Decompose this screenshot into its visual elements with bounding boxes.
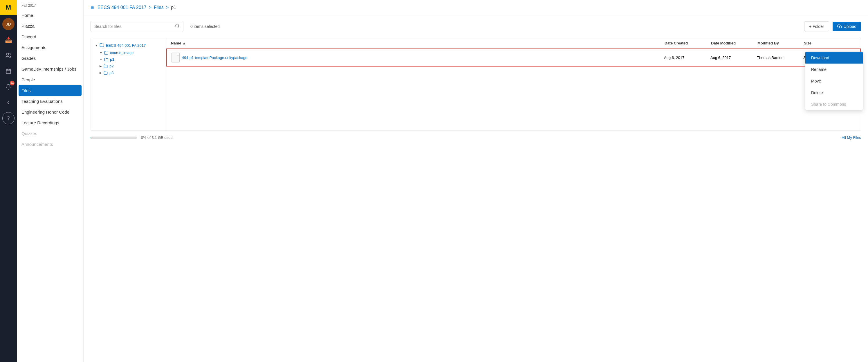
files-header: Name ▲ Date Created Date Modified Modifi…: [166, 38, 861, 49]
search-row: 0 items selected + Folder Upload: [91, 21, 861, 32]
dropdown-menu: Download Rename Move Delete Share to Com…: [805, 52, 863, 110]
all-my-files-link[interactable]: All My Files: [842, 135, 861, 140]
col-date-created: Date Created: [664, 41, 711, 45]
col-actions: [833, 41, 856, 45]
svg-point-0: [7, 53, 9, 55]
topbar: ≡ EECS 494 001 FA 2017 > Files > p1: [84, 0, 868, 15]
sidebar-item-people[interactable]: People: [17, 74, 83, 85]
table-row[interactable]: 494-p1-templatePackage.unitypackage Aug …: [166, 49, 861, 66]
dropdown-delete[interactable]: Delete: [805, 87, 863, 99]
upload-label: Upload: [844, 24, 857, 29]
dropdown-rename[interactable]: Rename: [805, 64, 863, 75]
file-icon: [172, 53, 180, 62]
svg-line-6: [178, 27, 179, 28]
breadcrumb-sep1: >: [149, 5, 152, 10]
tree-child-p3[interactable]: ▶ p3: [98, 69, 164, 76]
hamburger-button[interactable]: ≡: [91, 4, 94, 11]
tree-child-p1[interactable]: ▼ p1: [98, 56, 164, 63]
tree-label-p3[interactable]: p3: [110, 71, 114, 75]
svg-point-5: [176, 24, 179, 27]
storage-bar-fill: [91, 137, 91, 139]
people-icon[interactable]: [2, 49, 14, 62]
sidebar: Fall 2017 Home Piazza Discord Assignment…: [17, 0, 84, 362]
help-icon[interactable]: ?: [2, 112, 14, 124]
add-folder-button[interactable]: + Folder: [804, 22, 829, 31]
storage-label: 0% of 3.1 GB used: [141, 135, 173, 140]
sidebar-item-teaching-evaluations[interactable]: Teaching Evaluations: [17, 96, 83, 107]
col-size: Size: [804, 41, 833, 45]
notification-badge: 74: [10, 81, 14, 85]
col-modified-by: Modified By: [757, 41, 804, 45]
icon-rail: M JD 📥 74 ?: [0, 0, 17, 362]
sidebar-item-home[interactable]: Home: [17, 10, 83, 21]
upload-button[interactable]: Upload: [833, 22, 861, 31]
file-name-cell[interactable]: 494-p1-templatePackage.unitypackage: [172, 53, 664, 62]
tree-arrow: ▼: [95, 44, 98, 47]
tree-label-p2[interactable]: p2: [110, 64, 114, 68]
tree-arrow-p1: ▼: [99, 58, 102, 61]
tree-label-p1[interactable]: p1: [110, 57, 114, 62]
dropdown-move[interactable]: Move: [805, 75, 863, 87]
col-name: Name ▲: [171, 41, 664, 45]
col-date-modified: Date Modified: [711, 41, 757, 45]
calendar-icon[interactable]: [2, 65, 14, 77]
file-actions: ▾ Download Rename Move Delete Share to C…: [832, 54, 856, 61]
back-icon[interactable]: [2, 96, 14, 109]
sidebar-item-grades[interactable]: Grades: [17, 53, 83, 64]
sidebar-item-assignments[interactable]: Assignments: [17, 42, 83, 53]
tree-root-label[interactable]: EECS 494 001 FA 2017: [106, 43, 146, 48]
breadcrumb-sep2: >: [166, 5, 168, 10]
tree-arrow-p3: ▶: [99, 71, 102, 74]
tree-arrow-p2: ▶: [99, 64, 102, 68]
file-date-modified: Aug 6, 2017: [710, 55, 757, 60]
inbox-icon[interactable]: 📥: [2, 34, 14, 46]
sidebar-item-lecture-recordings[interactable]: Lecture Recordings: [17, 117, 83, 128]
file-modified-by: Thomas Bartlett: [757, 55, 803, 60]
main-content: ≡ EECS 494 001 FA 2017 > Files > p1 0 it…: [84, 0, 868, 362]
user-avatar[interactable]: JD: [2, 18, 14, 30]
search-input[interactable]: [94, 24, 173, 29]
university-logo: M: [0, 0, 17, 15]
tree-child-p2[interactable]: ▶ p2: [98, 63, 164, 69]
search-box[interactable]: [91, 21, 183, 32]
tree-child-course-image[interactable]: ▼ course_image: [98, 49, 164, 56]
tree-label-course-image[interactable]: course_image: [110, 51, 134, 55]
sidebar-item-gamedev[interactable]: GameDev Internships / Jobs: [17, 64, 83, 74]
storage-bar: [91, 137, 137, 139]
tree-panel: ▼ EECS 494 001 FA 2017 ▼ course_image: [91, 38, 166, 131]
semester-label: Fall 2017: [17, 0, 83, 10]
file-browser: ▼ EECS 494 001 FA 2017 ▼ course_image: [91, 38, 861, 131]
breadcrumb: EECS 494 001 FA 2017 > Files > p1: [97, 5, 176, 10]
tree-root[interactable]: ▼ EECS 494 001 FA 2017: [93, 41, 164, 49]
sidebar-item-engineering-honor-code[interactable]: Engineering Honor Code: [17, 107, 83, 117]
dropdown-share-commons: Share to Commons: [805, 99, 863, 110]
sidebar-item-discord[interactable]: Discord: [17, 31, 83, 42]
dropdown-download[interactable]: Download: [805, 52, 863, 64]
breadcrumb-current: p1: [171, 5, 176, 10]
breadcrumb-course[interactable]: EECS 494 001 FA 2017: [97, 5, 147, 10]
breadcrumb-files[interactable]: Files: [154, 5, 164, 10]
tree-arrow-ci: ▼: [99, 51, 102, 54]
files-panel: Name ▲ Date Created Date Modified Modifi…: [166, 38, 861, 131]
sidebar-item-quizzes: Quizzes: [17, 128, 83, 139]
svg-rect-1: [6, 69, 11, 74]
file-date-created: Aug 6, 2017: [664, 55, 710, 60]
sidebar-item-announcements: Announcements: [17, 139, 83, 149]
sidebar-item-piazza[interactable]: Piazza: [17, 21, 83, 31]
folder-icon: [99, 43, 104, 48]
storage-row: 0% of 3.1 GB used All My Files: [91, 135, 861, 140]
file-name[interactable]: 494-p1-templatePackage.unitypackage: [182, 55, 247, 60]
items-selected: 0 items selected: [190, 24, 801, 29]
notifications-icon[interactable]: 74: [2, 81, 14, 93]
search-icon: [175, 24, 180, 29]
sidebar-item-files[interactable]: Files: [19, 85, 82, 96]
content-area: 0 items selected + Folder Upload ▼ EECS …: [84, 15, 868, 362]
